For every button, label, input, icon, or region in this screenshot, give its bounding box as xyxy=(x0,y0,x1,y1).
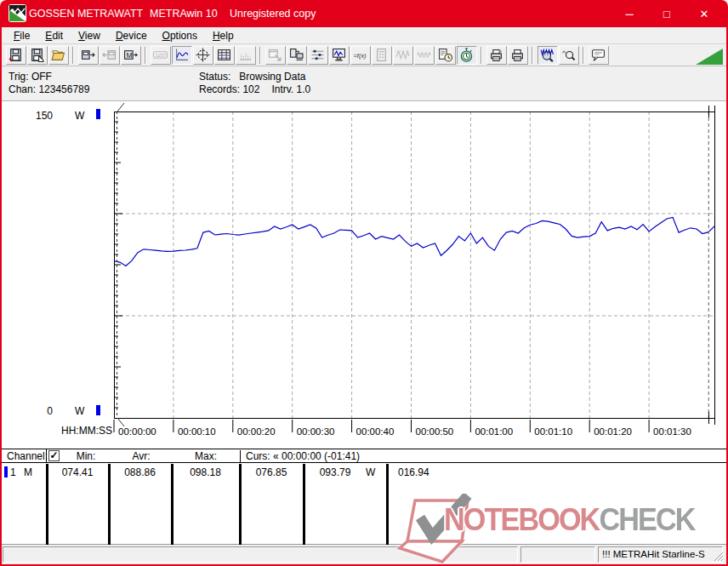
title-license: Unregistered copy xyxy=(230,8,316,20)
toolbar-button-print-preview[interactable] xyxy=(486,46,507,65)
window-border-left xyxy=(0,20,2,566)
formula-icon: =f(x) xyxy=(353,48,367,62)
app-logo-icon xyxy=(9,4,26,22)
toolbar-separator xyxy=(532,47,533,64)
toolbar-button-open[interactable] xyxy=(48,46,69,65)
status-panel: Trig: OFF Chan: 123456789 Status:Browsin… xyxy=(2,66,726,100)
y-range-marker-top[interactable] xyxy=(96,109,100,119)
x-axis-label: HH:MM:SS xyxy=(48,425,112,437)
toolbar-button-table-view[interactable] xyxy=(214,46,235,65)
toolbar-separator xyxy=(72,47,74,64)
value-cursor1: 076.85 xyxy=(240,466,303,478)
interval-value: 1.0 xyxy=(297,83,311,95)
toolbar-button-stopwatch[interactable] xyxy=(457,46,477,65)
x-tick-label: 00:00:00 xyxy=(118,426,156,437)
toolbar-button-device-import[interactable] xyxy=(100,46,120,65)
channel-visible-checkbox[interactable]: ✓ xyxy=(48,450,60,461)
menu-item-view[interactable]: View xyxy=(71,28,108,43)
toolbar-button-pc-display[interactable] xyxy=(329,46,350,65)
plot-border xyxy=(115,112,715,419)
toolbar-button-formula[interactable]: =f(x) xyxy=(350,46,371,65)
toolbar-button-new-window[interactable] xyxy=(265,46,286,65)
x-tick-label: 00:01:30 xyxy=(653,426,691,437)
maximize-button[interactable]: □ xyxy=(648,0,685,27)
x-tick-label: 00:00:10 xyxy=(178,426,216,437)
app-window: GOSSEN METRAWATT METRAwin 10 Unregistere… xyxy=(0,0,728,566)
table-view-icon xyxy=(217,48,231,62)
records-label: Records: xyxy=(199,83,240,95)
toolbar-button-save[interactable] xyxy=(6,46,26,65)
toolbar-button-scope-view[interactable] xyxy=(193,46,213,65)
wave-clip-icon xyxy=(395,48,410,62)
print-preview-icon xyxy=(489,48,503,62)
zoom-time-icon xyxy=(540,48,555,62)
menu-bar: FileEditViewDeviceOptionsHelp xyxy=(2,27,726,44)
toolbar-button-time-record[interactable] xyxy=(435,46,456,65)
menu-item-options[interactable]: Options xyxy=(155,28,205,43)
svg-text:M: M xyxy=(127,51,133,60)
svg-text:1257: 1257 xyxy=(156,53,166,58)
y-axis-unit-bottom: W xyxy=(75,405,84,417)
value-unit: W xyxy=(366,466,375,478)
chart-plot: 00:00:0000:00:1000:00:2000:00:3000:00:40… xyxy=(2,101,726,449)
toolbar-button-annotation[interactable] xyxy=(589,46,609,65)
toolbar-button-zoom-out[interactable] xyxy=(559,46,579,65)
channel-color-marker xyxy=(4,466,8,477)
open-icon xyxy=(51,48,65,62)
status-bar: !!! METRAHit Starline-S xyxy=(2,545,726,564)
x-tick-label: 00:01:10 xyxy=(534,426,572,437)
x-tick-label: 00:01:00 xyxy=(475,426,513,437)
close-button[interactable]: ✕ xyxy=(685,0,723,27)
channel-number: 1 xyxy=(10,466,16,478)
header-min: Min: xyxy=(61,450,111,462)
chan-label: Chan: xyxy=(9,83,36,95)
value-delta: 016.94 xyxy=(398,466,429,478)
toolbar-button-lcd-display[interactable]: 1257 xyxy=(151,46,171,65)
table-row: 1 M 074.41 088.86 098.18 076.85 093.79 W… xyxy=(2,464,726,545)
table-header: Channel: ✓ Min: Avr: Max: Curs: « 00:00:… xyxy=(2,449,726,463)
bargraph-view-icon xyxy=(238,48,253,62)
toolbar-button-wave-rms[interactable] xyxy=(414,46,435,65)
toolbar-button-channel-setup[interactable] xyxy=(308,46,328,65)
lcd-display-icon: 1257 xyxy=(153,48,168,62)
channel-mode: M xyxy=(24,466,32,478)
menu-item-help[interactable]: Help xyxy=(205,28,242,43)
value-cursor2: 093.79 xyxy=(304,466,367,478)
toolbar-button-save-as[interactable] xyxy=(27,46,48,65)
interval-label: Intrv. xyxy=(271,83,293,95)
pc-display-icon xyxy=(332,48,346,62)
toolbar-separator xyxy=(481,47,482,64)
value-min: 074.41 xyxy=(47,466,108,478)
toolbar-button-memory-read[interactable]: M xyxy=(121,46,141,65)
status-label: Status: xyxy=(199,71,230,83)
toolbar-button-bargraph-view[interactable] xyxy=(236,46,256,65)
toolbar-button-wave-clip[interactable] xyxy=(393,46,413,65)
toolbar-button-record-data[interactable] xyxy=(287,46,307,65)
scope-view-icon xyxy=(196,48,210,62)
toolbar-button-calc-channel[interactable] xyxy=(372,46,392,65)
title-bar: GOSSEN METRAWATT METRAwin 10 Unregistere… xyxy=(0,0,728,27)
toolbar-separator xyxy=(259,47,261,64)
device-import-icon xyxy=(102,48,117,62)
toolbar-button-device-export[interactable] xyxy=(78,46,99,65)
chart-panel: 150 W 0 W HH:MM:SS 00:00:0000:00:1000:00… xyxy=(2,100,726,449)
wave-rms-icon xyxy=(417,48,431,62)
save-icon xyxy=(9,48,23,62)
toolbar: M1257=f(x) xyxy=(2,44,726,66)
toolbar-button-graph-view[interactable] xyxy=(172,46,192,65)
memory-read-icon: M xyxy=(123,48,138,62)
minimize-button[interactable]: ─ xyxy=(611,0,648,27)
header-max: Max: xyxy=(172,450,240,462)
menu-item-edit[interactable]: Edit xyxy=(37,28,71,43)
chart-series-line xyxy=(114,217,714,266)
menu-item-device[interactable]: Device xyxy=(108,28,155,43)
resize-grip[interactable] xyxy=(713,551,724,562)
status-triangle-icon xyxy=(696,49,723,65)
menu-item-file[interactable]: File xyxy=(6,28,37,43)
graph-view-icon xyxy=(174,48,189,62)
chan-value: 123456789 xyxy=(38,83,89,95)
y-range-marker-bottom[interactable] xyxy=(96,405,100,415)
toolbar-button-print[interactable] xyxy=(508,46,528,65)
toolbar-button-zoom-time[interactable] xyxy=(537,46,558,65)
header-avr: Avr: xyxy=(111,450,172,462)
